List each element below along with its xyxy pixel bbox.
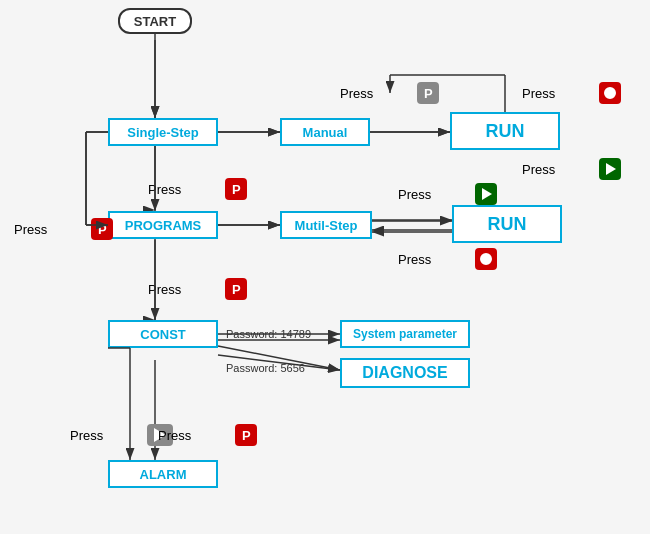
press-p-gray-top: Press P bbox=[340, 82, 439, 104]
press-p-red-programs: Press P bbox=[148, 178, 247, 200]
const-node: CONST bbox=[108, 320, 218, 348]
press-play-mutil: Press bbox=[398, 183, 497, 205]
system-param-node: System parameter bbox=[340, 320, 470, 348]
start-node: START bbox=[118, 8, 192, 34]
press-p-red-const: Press P bbox=[148, 278, 247, 300]
p-icon-gray-top: P bbox=[417, 82, 439, 104]
run-bottom-node: RUN bbox=[452, 205, 562, 243]
stop-icon-mutil bbox=[475, 248, 497, 270]
p-icon-red-alarm: P bbox=[235, 424, 257, 446]
press-stop-mutil: Press bbox=[398, 248, 497, 270]
press-stop-top: Press bbox=[522, 82, 621, 104]
p-icon-red-programs: P bbox=[225, 178, 247, 200]
programs-node: PROGRAMS bbox=[108, 211, 218, 239]
diagram: START Single-Step Manual RUN PROGRAMS Mu… bbox=[0, 0, 650, 534]
run-top-node: RUN bbox=[450, 112, 560, 150]
single-step-node: Single-Step bbox=[108, 118, 218, 146]
play-icon-top bbox=[599, 158, 621, 180]
play-icon-mutil bbox=[475, 183, 497, 205]
p-icon-red-const: P bbox=[225, 278, 247, 300]
press-p-red-alarm: Press P bbox=[158, 424, 257, 446]
alarm-node: ALARM bbox=[108, 460, 218, 488]
password-5656-label: Password: 5656 bbox=[226, 362, 305, 374]
press-play-top: Press bbox=[522, 158, 621, 180]
manual-node: Manual bbox=[280, 118, 370, 146]
diagnose-node: DIAGNOSE bbox=[340, 358, 470, 388]
p-icon-red-left: P bbox=[91, 218, 113, 240]
password-14789-label: Password: 14789 bbox=[226, 328, 311, 340]
stop-icon-top bbox=[599, 82, 621, 104]
mutil-step-node: Mutil-Step bbox=[280, 211, 372, 239]
press-p-red-left: Press P bbox=[14, 218, 113, 240]
